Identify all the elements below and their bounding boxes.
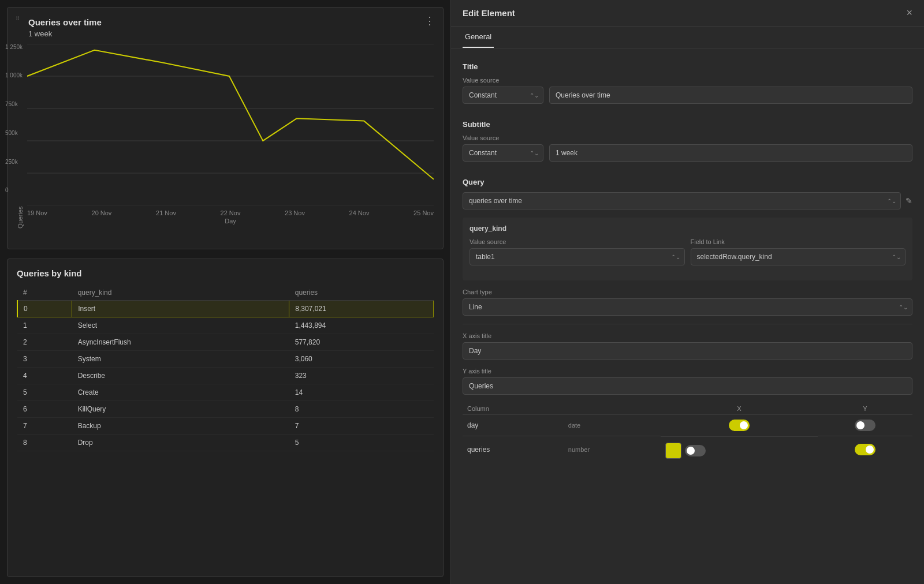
- cell-queries: 14: [289, 384, 434, 401]
- divider-1: [463, 324, 912, 324]
- cell-queries: 5: [289, 435, 434, 451]
- cell-query-kind: Insert: [72, 301, 289, 317]
- section-title-subtitle: Subtitle: [463, 120, 912, 129]
- right-panel: Edit Element × General Title Value sourc…: [450, 0, 924, 584]
- x-axis: 19 Nov 20 Nov 21 Nov 22 Nov 23 Nov 24 No…: [27, 207, 434, 216]
- x-tick: 21 Nov: [156, 209, 176, 216]
- tab-general[interactable]: General: [463, 27, 494, 48]
- cell-query-kind: Backup: [72, 418, 289, 435]
- table-row[interactable]: 7 Backup 7: [17, 418, 434, 435]
- y-tick: 250k: [5, 159, 23, 165]
- qk-value-source-select-wrapper: table1: [470, 248, 685, 265]
- x-tick: 23 Nov: [285, 209, 305, 216]
- y-tick: 1 000k: [5, 72, 23, 78]
- chart-type-group: Chart type Line: [463, 289, 912, 316]
- query-select[interactable]: queries over time: [463, 192, 901, 209]
- drag-handle[interactable]: ⠿: [16, 16, 20, 22]
- qk-value-source-select[interactable]: table1: [470, 248, 685, 265]
- qk-field-to-link-select-wrapper: selectedRow.query_kind: [691, 248, 906, 265]
- cell-id: 5: [17, 384, 72, 401]
- title-value-source-label: Value source: [463, 77, 543, 84]
- cell-id: 8: [17, 435, 72, 451]
- x-axis-title: Day: [27, 218, 434, 224]
- table-row[interactable]: 6 KillQuery 8: [17, 401, 434, 418]
- close-button[interactable]: ×: [906, 7, 912, 19]
- query-kind-subsection: query_kind Value source table1 Field to …: [463, 218, 912, 280]
- subtitle-value-source-select-wrapper: Constant: [463, 144, 543, 162]
- chart-type-select[interactable]: Line: [463, 298, 912, 316]
- y-axis-title-group: Y axis title: [463, 368, 912, 395]
- queries-color-swatch[interactable]: [665, 443, 681, 459]
- col-header-queries: queries: [289, 285, 434, 301]
- subtitle-value-input[interactable]: [549, 144, 912, 162]
- col-y-toggle-day[interactable]: [818, 415, 912, 436]
- cell-id: 3: [17, 351, 72, 368]
- col-table-col-header: Column: [463, 403, 564, 415]
- subtitle-value-group: [549, 134, 912, 162]
- subtitle-value-source-select[interactable]: Constant: [463, 144, 543, 162]
- table-row[interactable]: 3 System 3,060: [17, 351, 434, 368]
- x-axis-title-input[interactable]: [463, 342, 912, 360]
- col-header-hash: #: [17, 285, 72, 301]
- cell-id: 4: [17, 368, 72, 384]
- col-table-y-header: Y: [818, 403, 912, 415]
- cell-queries: 3,060: [289, 351, 434, 368]
- subtitle-value-source-label: Value source: [463, 134, 543, 141]
- query-row: queries over time ✎: [463, 192, 912, 209]
- cell-query-kind: Create: [72, 384, 289, 401]
- cell-query-kind: AsyncInsertFlush: [72, 334, 289, 351]
- col-row-day: day date: [463, 415, 912, 436]
- x-tick: 25 Nov: [413, 209, 434, 216]
- y-axis-title-input[interactable]: [463, 377, 912, 395]
- col-type-day: date: [564, 415, 661, 436]
- x-tick: 22 Nov: [221, 209, 241, 216]
- subtitle-value-spacer: [549, 134, 912, 141]
- cell-queries: 7: [289, 418, 434, 435]
- chart-subtitle: 1 week: [28, 29, 434, 38]
- section-title-query: Query: [463, 178, 912, 186]
- cell-queries: 323: [289, 368, 434, 384]
- cell-query-kind: Select: [72, 317, 289, 334]
- toggle-day-x[interactable]: [729, 420, 750, 431]
- title-value-group: [549, 77, 912, 104]
- query-edit-button[interactable]: ✎: [906, 196, 912, 205]
- section-title-title: Title: [463, 62, 912, 71]
- col-x-queries-cell: [661, 436, 818, 463]
- toggle-day-y[interactable]: [855, 420, 875, 431]
- cell-query-kind: Drop: [72, 435, 289, 451]
- qk-field-to-link-select[interactable]: selectedRow.query_kind: [691, 248, 906, 265]
- table-row[interactable]: 8 Drop 5: [17, 435, 434, 451]
- x-axis-title-label: X axis title: [463, 332, 912, 339]
- cell-id: 2: [17, 334, 72, 351]
- right-panel-header: Edit Element ×: [451, 0, 924, 27]
- col-x-toggle-day[interactable]: [661, 415, 818, 436]
- table-row[interactable]: 2 AsyncInsertFlush 577,820: [17, 334, 434, 351]
- tabs-row: General: [451, 27, 924, 48]
- query-select-wrapper: queries over time: [463, 192, 901, 209]
- table-row[interactable]: 0 Insert 8,307,021: [17, 301, 434, 317]
- table-row[interactable]: 1 Select 1,443,894: [17, 317, 434, 334]
- cell-query-kind: KillQuery: [72, 401, 289, 418]
- table-row[interactable]: 4 Describe 323: [17, 368, 434, 384]
- col-y-toggle-queries[interactable]: [818, 436, 912, 463]
- cell-query-kind: System: [72, 351, 289, 368]
- right-panel-title: Edit Element: [463, 8, 515, 18]
- table-row[interactable]: 5 Create 14: [17, 384, 434, 401]
- col-name-day: day: [463, 415, 564, 436]
- subtitle-field-row: Value source Constant: [463, 134, 912, 170]
- toggle-queries-y[interactable]: [855, 444, 875, 455]
- table-container: Queries by kind # query_kind queries 0 I…: [7, 259, 444, 577]
- cell-queries: 8: [289, 401, 434, 418]
- y-tick: 0: [5, 187, 23, 193]
- y-axis-title-label: Y axis title: [463, 368, 912, 375]
- chart-menu-button[interactable]: ⋮: [424, 16, 435, 26]
- toggle-queries-x[interactable]: [685, 445, 706, 456]
- cell-id: 7: [17, 418, 72, 435]
- cell-id: 1: [17, 317, 72, 334]
- title-value-source-select[interactable]: Constant: [463, 87, 543, 104]
- title-value-input[interactable]: [549, 87, 912, 104]
- cell-queries: 1,443,894: [289, 317, 434, 334]
- col-table-x-header: X: [661, 403, 818, 415]
- query-kind-two-col: Value source table1 Field to Link select…: [470, 238, 906, 274]
- y-tick: 1 250k: [5, 44, 23, 50]
